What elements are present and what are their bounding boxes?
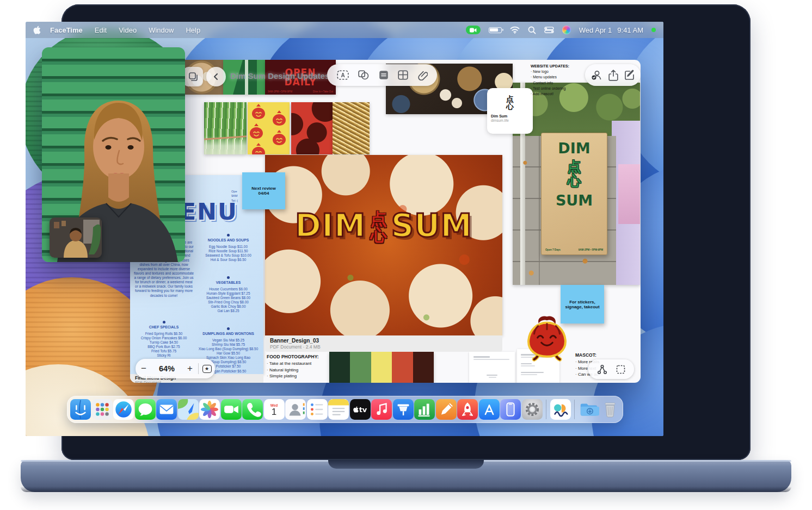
sticky-note-next-review[interactable]: Next review 04/04 <box>242 172 285 209</box>
noodles-photo[interactable] <box>333 102 370 154</box>
apple-menu-icon[interactable] <box>33 26 41 34</box>
dock-appstore[interactable] <box>479 399 500 420</box>
siri-icon[interactable] <box>562 26 571 34</box>
dim-sum-sandwich-board: DIM 点 心 SUM Open 7 Days 9AM-2PM • 5PM-9P… <box>541 133 607 255</box>
dock-notes[interactable] <box>328 399 349 420</box>
dock-iphone-mirroring[interactable] <box>500 399 521 420</box>
dock-reminders[interactable] <box>307 399 328 420</box>
dock-finder[interactable] <box>70 399 91 420</box>
collaborate-icon[interactable] <box>591 70 603 80</box>
dock-contacts[interactable] <box>285 399 306 420</box>
share-icon[interactable] <box>608 70 618 81</box>
dock-rocket[interactable] <box>457 399 478 420</box>
dock-messages[interactable] <box>135 399 156 420</box>
food-photography-notes[interactable]: FOOD PHOTOGRAPHY: · Take at the restaura… <box>267 354 329 380</box>
dumplings-heading: DUMPLINGS AND WONTONS <box>196 332 260 337</box>
shapes-icon[interactable] <box>358 70 369 80</box>
noodles-heading: NOODLES AND SOUPS <box>196 238 260 243</box>
zoom-in-button[interactable]: + <box>182 363 198 374</box>
dimsum-link-card[interactable]: 点 心 Dim Sum dimsum.life <box>487 88 533 134</box>
banner-file-label[interactable]: Banner_Design_03 PDF Document · 2.4 MB <box>265 335 502 352</box>
zoom-out-button[interactable]: − <box>136 363 152 374</box>
palette-swatch <box>350 352 371 383</box>
contacts-icon <box>285 399 306 420</box>
menu-bar-status: Wed Apr 1 9:41 AM <box>466 26 656 34</box>
settings-gear-icon <box>522 399 543 420</box>
mockup-card-a[interactable] <box>469 352 515 383</box>
sign-open-days: Open 7 Days <box>545 248 561 251</box>
wifi-icon[interactable] <box>510 26 520 34</box>
scallion-band <box>204 135 247 140</box>
dock-facetime[interactable] <box>221 399 242 420</box>
table-icon[interactable] <box>398 70 408 80</box>
floating-tools-pill <box>588 359 634 379</box>
scallions-photo[interactable] <box>204 102 247 154</box>
menu-video[interactable]: Video <box>113 26 143 34</box>
tv-label: tv <box>359 406 367 414</box>
finder-icon <box>70 399 91 420</box>
sign-word-sum: SUM <box>556 193 593 208</box>
red-circles-tile[interactable] <box>291 102 333 154</box>
text-box-icon[interactable]: A <box>337 70 349 80</box>
dock-calendar[interactable]: Wed 1 <box>264 399 285 420</box>
dock-phone[interactable] <box>242 399 263 420</box>
menu-bar-clock[interactable]: Wed Apr 1 9:41 AM <box>579 26 643 34</box>
self-view-thumbnail[interactable] <box>50 217 102 258</box>
dock-pages[interactable] <box>436 399 457 420</box>
dock-safari[interactable] <box>113 399 134 420</box>
facetime-window[interactable] <box>42 47 185 262</box>
dock-keynote[interactable] <box>393 399 414 420</box>
camera-active-indicator[interactable] <box>466 26 481 34</box>
laptop-lid-notch <box>328 460 484 469</box>
attachment-icon[interactable] <box>418 70 428 80</box>
vegetables-items: House Cucumbers $6.00 Hunan-Style Eggpla… <box>196 287 260 314</box>
dock-downloads[interactable] <box>579 399 599 420</box>
menu-help[interactable]: Help <box>180 26 206 34</box>
dock-trash[interactable] <box>600 399 620 420</box>
compose-icon[interactable] <box>624 70 635 80</box>
dock-mail[interactable] <box>156 399 177 420</box>
zoom-level[interactable]: 64% <box>152 364 182 373</box>
maps-icon <box>178 399 199 420</box>
dock-tv[interactable]: tv <box>350 399 371 420</box>
food-photography-items: · Take at the restaurant · Natural light… <box>267 360 329 380</box>
dock-photos[interactable] <box>199 399 220 420</box>
website-updates-items: · New logo · Menu updates · Contact info… <box>531 69 588 97</box>
downloads-folder-icon <box>579 399 599 420</box>
dock-numbers[interactable] <box>414 399 435 420</box>
dock-freeform[interactable] <box>550 399 571 420</box>
favorite-button[interactable]: ★ <box>199 365 215 373</box>
safari-icon <box>113 399 134 420</box>
music-icon <box>371 399 392 420</box>
dock-maps[interactable] <box>178 399 199 420</box>
banner-design-image[interactable]: DIM 点 心 SUM <box>265 155 502 335</box>
back-button[interactable] <box>206 67 226 86</box>
reminders-icon <box>307 399 328 420</box>
connect-diagram-icon[interactable] <box>597 364 607 375</box>
note-icon[interactable] <box>379 70 389 80</box>
menu-edit[interactable]: Edit <box>89 26 113 34</box>
control-center-icon[interactable] <box>544 27 554 33</box>
battery-icon[interactable] <box>489 27 502 33</box>
menu-bar: FaceTime Edit Video Window Help <box>26 22 663 38</box>
dock-music[interactable] <box>371 399 392 420</box>
menu-window[interactable]: Window <box>143 26 180 34</box>
window-actions-toolbar <box>585 64 641 86</box>
boards-list-button[interactable] <box>183 67 203 86</box>
chevron-left-icon <box>212 72 220 81</box>
menu-facetime[interactable]: FaceTime <box>44 26 89 34</box>
sign-word-dim: DIM <box>558 141 590 156</box>
dock-settings[interactable] <box>522 399 543 420</box>
sign-char-bottom: 心 <box>568 174 581 188</box>
website-updates-notes[interactable]: WEBSITE UPDATES: · New logo · Menu updat… <box>531 64 588 97</box>
open-daily-service: Dine In • Take Out <box>313 90 333 93</box>
mail-icon <box>156 399 177 420</box>
dumpling-pattern-tile[interactable] <box>248 102 290 154</box>
messages-icon <box>135 399 156 420</box>
dock-launchpad[interactable] <box>92 399 113 420</box>
dotted-selection-icon[interactable] <box>616 365 625 374</box>
search-icon[interactable] <box>528 26 536 34</box>
palette-swatch <box>392 352 413 383</box>
sticky-note-stickers[interactable]: For stickers, signage, takeout <box>561 285 604 324</box>
color-palette[interactable] <box>329 352 434 383</box>
